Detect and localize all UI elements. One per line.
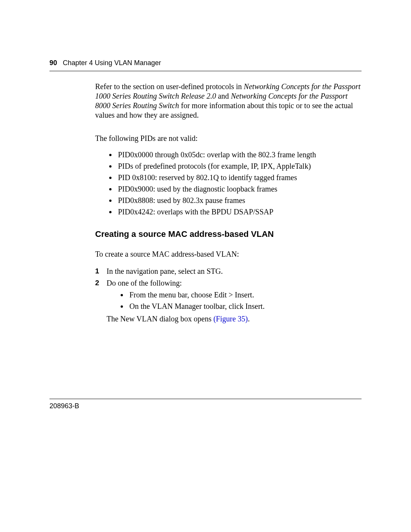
intro-text-mid: and — [216, 92, 231, 100]
running-header: 90 Chapter 4 Using VLAN Manager — [49, 59, 362, 71]
pid-list-item: PID0x4242: overlaps with the BPDU DSAP/S… — [116, 207, 362, 217]
step-body: In the navigation pane, select an STG. — [107, 267, 362, 276]
step-body: Do one of the following: From the menu b… — [107, 278, 362, 324]
intro-text-pre: Refer to the section on user-defined pro… — [95, 82, 244, 91]
pid-list: PID0x0000 through 0x05dc: overlap with t… — [95, 150, 362, 217]
pid-list-item: PID 0x8100: reserved by 802.1Q to identi… — [116, 173, 362, 182]
pid-list-item: PIDs of predefined protocols (for exampl… — [116, 161, 362, 171]
procedure-intro: To create a source MAC address-based VLA… — [95, 249, 362, 259]
pid-list-item: PID0x0000 through 0x05dc: overlap with t… — [116, 150, 362, 160]
step-2-result-pre: The New VLAN dialog box opens — [107, 315, 213, 323]
step-number: 1 — [95, 267, 107, 276]
chapter-label — [59, 59, 63, 67]
content: Refer to the section on user-defined pro… — [95, 82, 362, 324]
pid-list-item: PID0x8808: used by 802.3x pause frames — [116, 196, 362, 205]
step-2-result: The New VLAN dialog box opens (Figure 35… — [107, 314, 362, 324]
step-2-options: From the menu bar, choose Edit > Insert.… — [107, 290, 362, 311]
step-2-option: On the VLAN Manager toolbar, click Inser… — [128, 302, 362, 311]
step-2: 2 Do one of the following: From the menu… — [95, 278, 362, 324]
chapter-title: Chapter 4 Using VLAN Manager — [63, 59, 161, 67]
page: 90 Chapter 4 Using VLAN Manager Refer to… — [0, 0, 411, 532]
step-2-option: From the menu bar, choose Edit > Insert. — [128, 290, 362, 300]
figure-link[interactable]: (Figure 35) — [213, 315, 248, 323]
steps: 1 In the navigation pane, select an STG.… — [95, 267, 362, 324]
pids-intro: The following PIDs are not valid: — [95, 134, 362, 143]
doc-id: 208963-B — [49, 402, 79, 410]
step-number: 2 — [95, 278, 107, 288]
intro-paragraph: Refer to the section on user-defined pro… — [95, 82, 362, 120]
step-1: 1 In the navigation pane, select an STG. — [95, 267, 362, 276]
page-number: 90 — [49, 59, 57, 67]
pid-list-item: PID0x9000: used by the diagnostic loopba… — [116, 184, 362, 194]
step-2-result-post: . — [248, 315, 250, 323]
step-2-text: Do one of the following: — [107, 279, 182, 287]
section-heading: Creating a source MAC address-based VLAN — [95, 229, 362, 240]
footer: 208963-B — [49, 399, 362, 410]
